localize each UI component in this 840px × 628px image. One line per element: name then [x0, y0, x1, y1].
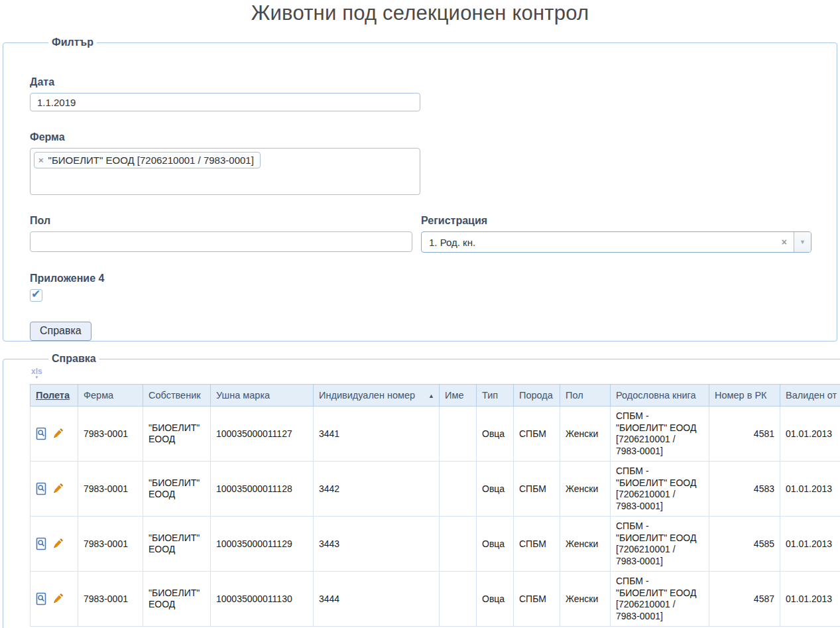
dropdown-button[interactable]: ▼ [794, 232, 811, 252]
column-header-rk-number[interactable]: Номер в РК [709, 385, 780, 407]
row-actions-cell [30, 572, 78, 627]
cell-sex: Женски [560, 407, 611, 462]
cell-ear-tag: 100035000011130 [211, 572, 314, 627]
cell-individual-number: 3441 [314, 407, 440, 462]
report-panel: Справка xls ▼ Полета Ферма Собственик Уш… [3, 353, 840, 628]
cell-breed: СПБМ [514, 572, 560, 627]
filter-legend: Филтър [48, 36, 97, 48]
sex-field-group: Пол [30, 215, 412, 252]
cell-valid-from: 01.01.2013 [780, 407, 840, 462]
column-header-name[interactable]: Име [440, 385, 477, 407]
cell-rk-number: 4583 [709, 462, 780, 517]
table-row: 7983-0001 "БИОЕЛИТ" ЕООД 100035000011127… [30, 407, 840, 462]
report-submit-button[interactable]: Справка [30, 322, 91, 341]
annex4-label: Приложение 4 [30, 273, 823, 284]
registration-combobox[interactable]: 1. Род. кн. × ▼ [421, 231, 811, 253]
cell-farm: 7983-0001 [78, 517, 143, 572]
chevron-down-icon: ▼ [800, 239, 806, 245]
date-field-group: Дата [30, 76, 823, 111]
column-header-sex[interactable]: Пол [560, 385, 611, 407]
xls-icon: xls [31, 368, 42, 375]
edit-icon[interactable] [52, 538, 64, 550]
cell-pedigree-book: СПБМ - "БИОЕЛИТ" ЕООД [7206210001 / 7983… [611, 407, 709, 462]
edit-icon[interactable] [52, 593, 64, 605]
export-xls-link[interactable]: xls ▼ [31, 368, 42, 379]
clear-selection-icon[interactable]: × [775, 232, 794, 252]
preview-icon[interactable] [36, 482, 47, 496]
cell-type: Овца [477, 462, 514, 517]
cell-name [440, 462, 477, 517]
cell-sex: Женски [560, 462, 611, 517]
cell-pedigree-book: СПБМ - "БИОЕЛИТ" ЕООД [7206210001 / 7983… [611, 572, 709, 627]
column-header-owner[interactable]: Собственик [143, 385, 211, 407]
farm-label: Ферма [30, 131, 823, 143]
report-table: Полета Ферма Собственик Ушна марка Индив… [30, 384, 840, 627]
date-label: Дата [30, 76, 823, 88]
cell-rk-number: 4581 [709, 407, 780, 462]
cell-farm: 7983-0001 [78, 462, 143, 517]
table-header-row: Полета Ферма Собственик Ушна марка Индив… [30, 385, 840, 407]
cell-valid-from: 01.01.2013 [780, 517, 840, 572]
report-legend: Справка [48, 353, 99, 365]
edit-icon[interactable] [52, 428, 64, 440]
farm-chip-label: "БИОЕЛИТ" ЕООД [7206210001 / 7983-0001] [48, 155, 254, 166]
cell-type: Овца [477, 572, 514, 627]
sex-label: Пол [30, 215, 412, 227]
column-header-pedigree-book[interactable]: Родословна книга [611, 385, 709, 407]
sort-ascending-icon: ▲ [428, 393, 434, 399]
registration-value: 1. Род. кн. [422, 232, 775, 252]
column-header-breed[interactable]: Порода [514, 385, 560, 407]
row-actions-cell [30, 517, 78, 572]
column-header-individual-number[interactable]: Индивидуален номер▲ [314, 385, 440, 407]
cell-valid-from: 01.01.2013 [780, 462, 840, 517]
filter-panel: Филтър Дата Ферма × "БИОЕЛИТ" ЕООД [7206… [3, 36, 837, 342]
date-input[interactable] [30, 93, 420, 111]
preview-icon[interactable] [36, 537, 47, 551]
edit-icon[interactable] [52, 483, 64, 495]
cell-type: Овца [477, 517, 514, 572]
cell-individual-number: 3443 [314, 517, 440, 572]
cell-owner: "БИОЕЛИТ" ЕООД [143, 572, 211, 627]
export-arrow-icon: ▼ [34, 375, 38, 379]
preview-icon[interactable] [36, 427, 47, 441]
farm-selected-chip: × "БИОЕЛИТ" ЕООД [7206210001 / 7983-0001… [34, 152, 261, 168]
cell-type: Овца [477, 407, 514, 462]
farm-field-group: Ферма × "БИОЕЛИТ" ЕООД [7206210001 / 798… [30, 131, 823, 195]
cell-ear-tag: 100035000011128 [211, 462, 314, 517]
annex4-checkbox[interactable]: ✔ [30, 289, 42, 302]
row-actions-cell [30, 462, 78, 517]
cell-name [440, 407, 477, 462]
cell-pedigree-book: СПБМ - "БИОЕЛИТ" ЕООД [7206210001 / 7983… [611, 462, 709, 517]
sex-input[interactable] [30, 231, 412, 252]
column-header-farm[interactable]: Ферма [78, 385, 143, 407]
table-row: 7983-0001 "БИОЕЛИТ" ЕООД 100035000011129… [30, 517, 840, 572]
cell-name [440, 572, 477, 627]
cell-owner: "БИОЕЛИТ" ЕООД [143, 517, 211, 572]
cell-farm: 7983-0001 [78, 572, 143, 627]
cell-sex: Женски [560, 572, 611, 627]
cell-valid-from: 01.01.2013 [780, 572, 840, 627]
row-actions-cell [30, 407, 78, 462]
cell-name [440, 517, 477, 572]
cell-owner: "БИОЕЛИТ" ЕООД [143, 407, 211, 462]
cell-ear-tag: 100035000011129 [211, 517, 314, 572]
page-title: Животни под селекционен контрол [0, 1, 840, 25]
table-row: 7983-0001 "БИОЕЛИТ" ЕООД 100035000011130… [30, 572, 840, 627]
table-row: 7983-0001 "БИОЕЛИТ" ЕООД 100035000011128… [30, 462, 840, 517]
cell-owner: "БИОЕЛИТ" ЕООД [143, 462, 211, 517]
registration-label: Регистрация [421, 215, 811, 227]
preview-icon[interactable] [36, 592, 47, 606]
cell-rk-number: 4585 [709, 517, 780, 572]
column-header-valid-from[interactable]: Валиден от [780, 385, 840, 407]
cell-ear-tag: 100035000011127 [211, 407, 314, 462]
column-header-type[interactable]: Тип [477, 385, 514, 407]
cell-breed: СПБМ [514, 462, 560, 517]
column-header-ear-tag[interactable]: Ушна марка [211, 385, 314, 407]
farm-multiselect[interactable]: × "БИОЕЛИТ" ЕООД [7206210001 / 7983-0001… [30, 148, 420, 195]
cell-breed: СПБМ [514, 407, 560, 462]
cell-breed: СПБМ [514, 517, 560, 572]
remove-tag-icon[interactable]: × [38, 155, 44, 165]
cell-sex: Женски [560, 517, 611, 572]
column-header-fields[interactable]: Полета [30, 385, 78, 407]
cell-rk-number: 4587 [709, 572, 780, 627]
